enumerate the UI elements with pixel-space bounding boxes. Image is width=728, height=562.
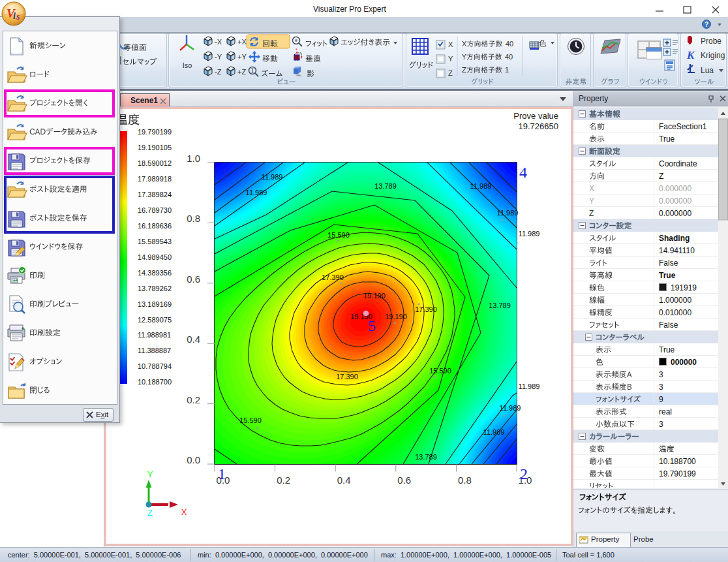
svg-text:0.4: 0.4	[187, 334, 200, 345]
svg-text:4: 4	[519, 164, 527, 181]
svg-text:X: X	[181, 507, 187, 517]
svg-text:-X: -X	[215, 38, 222, 46]
svg-text:0.2: 0.2	[277, 475, 290, 486]
svg-text:0.6: 0.6	[397, 475, 411, 486]
svg-text:?: ?	[705, 21, 708, 28]
svg-text:Probe: Probe	[701, 37, 721, 46]
svg-text:-Y: -Y	[215, 53, 222, 61]
svg-text:1: 1	[505, 66, 509, 74]
svg-text:s: s	[16, 12, 20, 22]
svg-text:3: 3	[219, 166, 226, 183]
svg-text:K: K	[686, 49, 695, 61]
svg-text:X: X	[448, 40, 453, 48]
svg-text:1: 1	[218, 465, 226, 482]
svg-text:+Y: +Y	[237, 53, 247, 61]
svg-text:+X: +X	[237, 38, 247, 46]
svg-text:0.8: 0.8	[458, 475, 472, 486]
svg-text:Z: Z	[147, 508, 153, 518]
svg-text:Kriging: Kriging	[701, 51, 725, 60]
svg-text:-Z: -Z	[215, 68, 222, 76]
svg-text:40: 40	[506, 40, 513, 48]
svg-text:+Z: +Z	[237, 68, 246, 76]
svg-text:40: 40	[505, 53, 513, 61]
svg-text:i: i	[13, 11, 16, 21]
svg-text:Y: Y	[448, 55, 453, 63]
svg-text:Y: Y	[147, 469, 153, 479]
svg-text:0.4: 0.4	[337, 475, 351, 486]
svg-text:0.6: 0.6	[187, 273, 200, 285]
svg-text:1.0: 1.0	[187, 153, 200, 164]
svg-text:5: 5	[368, 317, 376, 334]
svg-text:*: *	[296, 47, 297, 53]
svg-text:Iso: Iso	[183, 61, 192, 69]
svg-text:Z: Z	[448, 69, 453, 77]
svg-text:0.0: 0.0	[187, 454, 200, 465]
svg-text:2: 2	[520, 465, 528, 482]
svg-text:0.2: 0.2	[187, 394, 200, 405]
svg-text:Lua: Lua	[701, 66, 714, 75]
svg-text:0.8: 0.8	[187, 213, 200, 224]
